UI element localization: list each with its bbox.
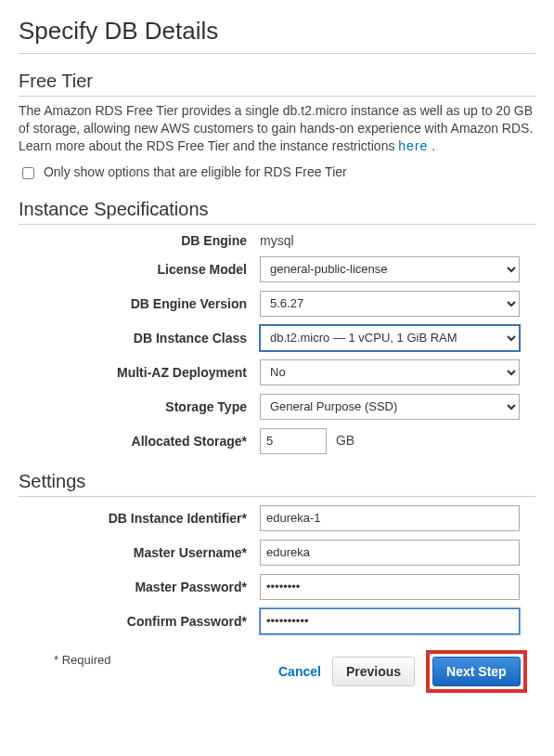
- db-identifier-input[interactable]: [260, 505, 520, 531]
- multi-az-select[interactable]: No: [260, 359, 520, 385]
- master-username-label: Master Username*: [19, 545, 260, 560]
- free-tier-here-link[interactable]: here: [398, 138, 428, 153]
- license-model-label: License Model: [19, 262, 260, 277]
- next-step-highlight: Next Step: [426, 650, 527, 693]
- license-model-select[interactable]: general-public-license: [260, 256, 520, 282]
- master-password-label: Master Password*: [19, 580, 260, 594]
- free-tier-checkbox-label: Only show options that are eligible for …: [44, 164, 347, 179]
- free-tier-description: The Amazon RDS Free Tier provides a sing…: [19, 102, 535, 155]
- storage-type-label: Storage Type: [19, 399, 260, 414]
- next-step-button[interactable]: Next Step: [432, 657, 521, 686]
- master-password-input[interactable]: [260, 574, 520, 600]
- multi-az-label: Multi-AZ Deployment: [19, 365, 260, 380]
- free-tier-desc-text: The Amazon RDS Free Tier provides a sing…: [19, 103, 533, 153]
- confirm-password-input[interactable]: [260, 608, 520, 634]
- free-tier-heading: Free Tier: [19, 71, 535, 97]
- allocated-storage-unit: GB: [336, 433, 354, 448]
- allocated-storage-input[interactable]: [260, 428, 327, 454]
- master-username-input[interactable]: [260, 540, 520, 566]
- free-tier-checkbox[interactable]: [22, 167, 34, 179]
- instance-spec-heading: Instance Specifications: [19, 199, 535, 225]
- page-title: Specify DB Details: [19, 17, 535, 54]
- free-tier-checkbox-row[interactable]: Only show options that are eligible for …: [19, 164, 347, 179]
- db-engine-label: DB Engine: [19, 233, 260, 248]
- db-instance-class-select[interactable]: db.t2.micro — 1 vCPU, 1 GiB RAM: [260, 325, 520, 351]
- storage-type-select[interactable]: General Purpose (SSD): [260, 394, 520, 420]
- db-identifier-label: DB Instance Identifier*: [19, 511, 260, 526]
- db-instance-class-label: DB Instance Class: [19, 331, 260, 345]
- cancel-button[interactable]: Cancel: [278, 664, 321, 679]
- db-engine-version-label: DB Engine Version: [19, 296, 260, 311]
- confirm-password-label: Confirm Password*: [19, 614, 260, 629]
- db-engine-value: mysql: [260, 233, 535, 248]
- settings-heading: Settings: [19, 471, 535, 497]
- previous-button[interactable]: Previous: [332, 657, 415, 686]
- db-engine-version-select[interactable]: 5.6.27: [260, 291, 520, 317]
- allocated-storage-label: Allocated Storage*: [19, 434, 260, 449]
